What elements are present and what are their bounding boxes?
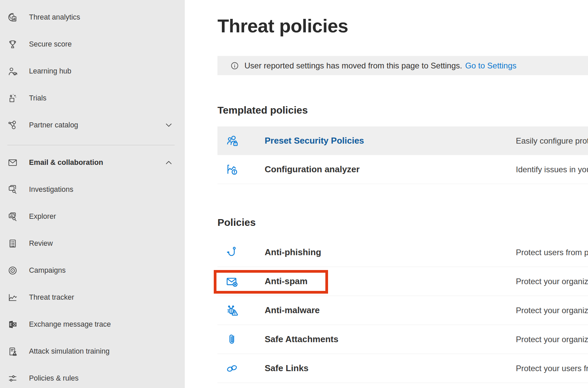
- chevron-up-icon: [164, 158, 173, 167]
- sidebar-item-threat-tracker[interactable]: Threat tracker: [0, 284, 185, 311]
- sidebar-item-learning-hub[interactable]: Learning hub: [0, 58, 185, 85]
- info-icon: [230, 61, 239, 70]
- sidebar-item-label: Threat tracker: [29, 293, 74, 302]
- section-heading-policies: Policies: [217, 216, 588, 229]
- investigations-icon: [7, 184, 18, 195]
- anti-phishing-icon: [225, 245, 239, 260]
- policy-row-label: Preset Security Policies: [265, 136, 364, 146]
- main-content: Threat policies User reported settings h…: [185, 0, 588, 388]
- page-title: Threat policies: [217, 15, 588, 37]
- partner-catalog-icon: [7, 119, 18, 131]
- policy-row-description: Easily configure prot: [516, 136, 588, 146]
- policy-row-safe-links[interactable]: Safe LinksProtect your users fr: [217, 354, 588, 383]
- policy-row-description: Protect your organiz: [516, 277, 588, 286]
- sidebar-item-policies-rules[interactable]: Policies & rules: [0, 365, 185, 388]
- anti-malware-icon: [225, 303, 239, 318]
- sidebar-item-email-collaboration[interactable]: Email & collaboration: [0, 149, 185, 176]
- sidebar-item-attack-simulation-training[interactable]: Attack simulation training: [0, 338, 185, 365]
- sidebar-item-label: Policies & rules: [29, 374, 79, 383]
- sidebar-item-label: Learning hub: [29, 67, 71, 76]
- sidebar-item-label: Campaigns: [29, 266, 66, 275]
- policy-row-anti-malware[interactable]: Anti-malwareProtect your organiz: [217, 296, 588, 325]
- learning-hub-icon: [7, 65, 18, 77]
- sidebar-item-review[interactable]: Review: [0, 230, 185, 257]
- sidebar-item-campaigns[interactable]: Campaigns: [0, 257, 185, 284]
- sidebar-item-label: Secure score: [29, 40, 72, 49]
- sidebar-item-trials[interactable]: Trials: [0, 85, 185, 112]
- policy-row-label: Anti-spam: [265, 276, 307, 287]
- preset-security-policies-icon: [225, 134, 239, 148]
- attack-simulation-training-icon: [7, 346, 18, 357]
- policy-row-label: Configuration analyzer: [265, 164, 360, 175]
- policy-row-safe-attachments[interactable]: Safe AttachmentsProtect your organiz: [217, 325, 588, 354]
- policy-row-preset-security-policies[interactable]: Preset Security PoliciesEasily configure…: [217, 126, 588, 155]
- sidebar-divider: [7, 145, 175, 145]
- trials-icon: [7, 92, 18, 104]
- policy-row-description: Protect your organiz: [516, 335, 588, 344]
- policy-row-description: Protect your users fr: [516, 364, 588, 373]
- configuration-analyzer-icon: [225, 162, 239, 177]
- sidebar-item-label: Threat analytics: [29, 13, 80, 22]
- sidebar-item-investigations[interactable]: Investigations: [0, 176, 185, 203]
- policy-row-anti-phishing[interactable]: Anti-phishingProtect users from p: [217, 238, 588, 267]
- sidebar-item-partner-catalog[interactable]: Partner catalog: [0, 112, 185, 139]
- sidebar-item-label: Email & collaboration: [29, 158, 103, 167]
- safe-links-icon: [225, 361, 239, 376]
- policy-row-description: Protect your organiz: [516, 306, 588, 315]
- sidebar-item-label: Partner catalog: [29, 121, 78, 129]
- policy-row-configuration-analyzer[interactable]: Configuration analyzerIdentify issues in…: [217, 155, 588, 184]
- policy-row-description: Identify issues in you: [516, 165, 588, 174]
- review-icon: [7, 238, 18, 249]
- sidebar-item-threat-analytics[interactable]: Threat analytics: [0, 4, 185, 31]
- sidebar-item-exchange-message-trace[interactable]: Exchange message trace: [0, 311, 185, 338]
- email-collaboration-icon: [7, 157, 18, 168]
- policy-rows: Preset Security PoliciesEasily configure…: [217, 126, 588, 184]
- sidebar-item-label: Attack simulation training: [29, 347, 110, 356]
- sidebar-item-label: Investigations: [29, 185, 73, 194]
- sidebar-item-label: Explorer: [29, 212, 56, 221]
- sidebar-navigation: Threat analyticsSecure scoreLearning hub…: [0, 0, 185, 388]
- campaigns-icon: [7, 265, 18, 276]
- safe-attachments-icon: [225, 332, 239, 347]
- policy-rows: Anti-phishingProtect users from pAnti-sp…: [217, 238, 588, 383]
- policy-row-label: Safe Attachments: [265, 334, 339, 345]
- sidebar-item-label: Review: [29, 239, 53, 248]
- policy-row-label: Anti-phishing: [265, 247, 321, 258]
- sidebar-item-explorer[interactable]: Explorer: [0, 203, 185, 230]
- explorer-icon: [7, 211, 18, 222]
- go-to-settings-link[interactable]: Go to Settings: [465, 61, 517, 70]
- exchange-message-trace-icon: [7, 319, 18, 330]
- sidebar-item-label: Exchange message trace: [29, 320, 111, 329]
- section-heading-templated-policies: Templated policies: [217, 104, 588, 116]
- secure-score-icon: [7, 38, 18, 50]
- chevron-down-icon: [164, 121, 173, 130]
- info-banner: User reported settings has moved from th…: [217, 56, 588, 75]
- sidebar-item-secure-score[interactable]: Secure score: [0, 31, 185, 58]
- banner-message: User reported settings has moved from th…: [244, 61, 462, 70]
- policies-rules-icon: [7, 372, 18, 384]
- sidebar-item-label: Trials: [29, 94, 47, 102]
- policy-row-description: Protect users from p: [516, 248, 588, 257]
- threat-tracker-icon: [7, 292, 18, 303]
- threat-analytics-icon: [7, 11, 18, 23]
- policy-row-label: Safe Links: [265, 363, 308, 374]
- policy-row-label: Anti-malware: [265, 305, 320, 316]
- policy-row-anti-spam[interactable]: Anti-spamProtect your organiz: [217, 267, 588, 296]
- anti-spam-icon: [225, 274, 239, 289]
